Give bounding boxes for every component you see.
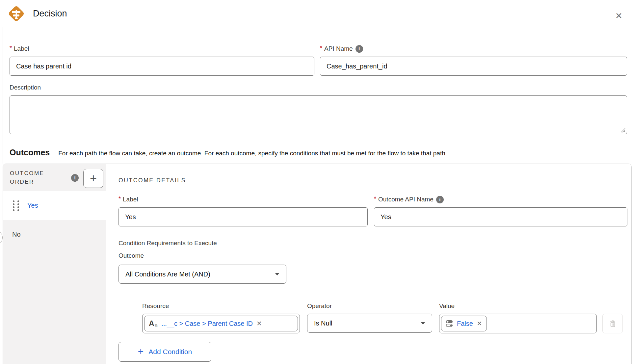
canvas-edge-artifact [0,230,3,245]
required-asterisk: * [320,45,322,52]
decision-editor-dialog: Decision ✕ * Label * API Name i Descript… [0,0,632,364]
condition-requirements-label: Condition Requirements to Execute Outcom… [118,237,232,262]
decision-icon [7,4,26,23]
outcome-api-name-field-group: * Outcome API Name i [374,195,627,226]
outcomes-section-header: Outcomes For each path the flow can take… [10,148,447,157]
outcome-label-field-label: * Label [118,195,368,203]
operator-label: Operator [307,302,332,310]
condition-requirements-value: All Conditions Are Met (AND) [125,271,210,278]
outcome-item-no[interactable]: No [3,220,106,249]
outcome-label-field-group: * Label [118,195,368,226]
resource-pill-text: ...__c > Case > Parent Case ID [161,320,253,327]
operator-value: Is Null [314,320,332,327]
label-input[interactable] [10,57,314,76]
resource-label: Resource [142,302,169,310]
add-condition-button[interactable]: + Add Condition [118,342,211,362]
required-asterisk: * [10,45,12,52]
boolean-toggle-icon [446,320,453,327]
outcome-label-input[interactable] [118,207,368,226]
plus-icon: + [138,346,144,357]
outcome-item-label: No [12,231,21,238]
api-name-input[interactable] [320,57,627,76]
outcomes-heading: Outcomes [10,148,50,157]
dropdown-caret-icon [275,273,279,275]
required-asterisk: * [118,195,121,202]
description-textarea[interactable] [10,95,627,134]
resize-grip-icon[interactable] [620,127,626,133]
outcome-order-heading: OUTCOME ORDER [10,169,63,186]
outcome-item-yes[interactable]: Yes [3,191,106,220]
outcome-item-label: Yes [27,202,38,209]
delete-condition-button[interactable] [602,314,623,333]
condition-requirements-select-group: All Conditions Are Met (AND) [118,261,286,284]
text-type-icon: Aa [149,320,158,327]
outcomes-subtitle: For each path the flow can take, create … [58,150,447,157]
outcome-api-name-field-label: * Outcome API Name i [374,195,627,203]
resource-pill[interactable]: Aa ...__c > Case > Parent Case ID ✕ [144,316,298,331]
info-icon[interactable]: i [436,196,444,203]
resource-combobox[interactable]: Aa ...__c > Case > Parent Case ID ✕ [142,314,300,333]
remove-resource-icon[interactable]: ✕ [256,320,262,327]
description-field-label: Description [10,84,627,91]
dialog-left-edge [3,27,3,164]
outcome-details-panel: OUTCOME DETAILS * Label * Outcome API Na… [106,164,632,364]
outcome-order-header: OUTCOME ORDER i + [3,164,106,191]
api-name-field-group: * API Name i [320,45,627,76]
add-condition-label: Add Condition [148,348,192,356]
api-name-field-label: * API Name i [320,45,627,53]
label-field-label: * Label [10,45,314,53]
dropdown-caret-icon [421,322,425,325]
condition-requirements-select[interactable]: All Conditions Are Met (AND) [118,265,286,284]
outcomes-container: OUTCOME ORDER i + Yes No OUTCOME DETAILS… [3,164,632,364]
drag-handle-icon[interactable] [13,200,19,211]
dialog-header: Decision ✕ [0,0,632,27]
operator-select-group: Is Null [307,310,432,333]
label-field-group: * Label [10,45,314,76]
outcome-order-panel: OUTCOME ORDER i + Yes No [3,164,106,364]
dialog-title: Decision [33,0,67,27]
value-pill[interactable]: False ✕ [441,316,487,331]
description-field-group: Description [10,84,627,134]
close-icon[interactable]: ✕ [613,10,625,22]
value-label: Value [439,302,455,310]
value-pill-text: False [457,320,473,327]
info-icon[interactable]: i [356,45,363,53]
trash-icon [609,320,616,327]
operator-select[interactable]: Is Null [307,314,432,333]
outcome-api-name-input[interactable] [374,207,627,226]
value-combobox[interactable]: False ✕ [439,314,597,333]
info-icon[interactable]: i [71,174,79,182]
remove-value-icon[interactable]: ✕ [477,320,482,327]
outcome-details-heading: OUTCOME DETAILS [118,177,186,184]
add-outcome-button[interactable]: + [83,169,103,188]
required-asterisk: * [374,195,376,202]
